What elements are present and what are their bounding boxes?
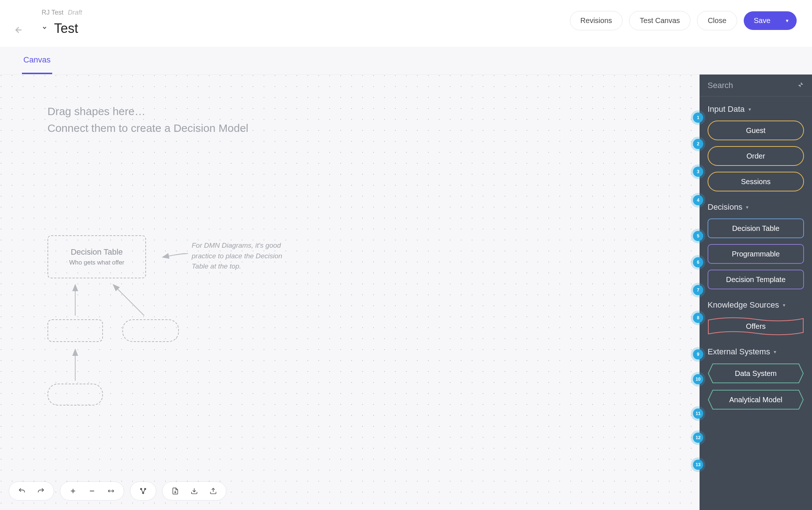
auto-layout-icon[interactable]	[138, 486, 148, 496]
placeholder-box-3[interactable]	[47, 384, 103, 406]
save-button[interactable]: Save ▼	[744, 11, 797, 30]
save-button-label: Save	[754, 16, 771, 25]
canvas-arrows-overlay	[0, 75, 700, 510]
tour-bubble-2[interactable]: 2	[693, 139, 703, 149]
tour-bubble-9[interactable]: 9	[693, 349, 703, 359]
zoom-out-icon[interactable]	[87, 486, 97, 496]
shape-programmable[interactable]: Programmable	[708, 244, 804, 264]
section-label: Knowledge Sources	[708, 300, 779, 310]
zoom-in-icon[interactable]	[68, 486, 78, 496]
title-block: RJ Test Draft Test	[42, 9, 82, 36]
placeholder-box-1[interactable]	[47, 319, 103, 342]
tour-bubble-8[interactable]: 8	[693, 313, 703, 323]
placeholder-box-2[interactable]	[122, 319, 179, 342]
guide-line-1: Drag shapes here…	[47, 105, 248, 118]
tour-bubble-12[interactable]: 12	[693, 433, 703, 443]
tour-bubble-5[interactable]: 5	[693, 231, 703, 241]
app-header: RJ Test Draft Test Revisions Test Canvas…	[0, 0, 812, 47]
section-input-data[interactable]: Input Data ▾	[700, 96, 812, 118]
revisions-button[interactable]: Revisions	[570, 11, 623, 30]
shape-data-system[interactable]: Data System	[708, 363, 804, 384]
tab-canvas[interactable]: Canvas	[22, 48, 52, 74]
tour-bubble-13[interactable]: 13	[693, 460, 703, 470]
chevron-down-icon: ▾	[783, 302, 785, 308]
breadcrumb: RJ Test Draft	[42, 9, 82, 16]
shape-offers[interactable]: Offers	[708, 316, 804, 336]
section-knowledge[interactable]: Knowledge Sources ▾	[700, 292, 812, 313]
page-icon[interactable]	[171, 486, 180, 496]
tour-bubble-7[interactable]: 7	[693, 285, 703, 295]
svg-line-2	[113, 285, 144, 316]
tour-bubble-6[interactable]: 6	[693, 257, 703, 267]
canvas-area[interactable]: Drag shapes here… Connect them to create…	[0, 75, 700, 510]
breadcrumb-item[interactable]: RJ Test	[42, 9, 64, 16]
tabs-bar: Canvas	[0, 47, 812, 75]
page-title: Test	[54, 21, 78, 36]
fit-width-icon[interactable]	[106, 486, 116, 496]
tour-bubble-3[interactable]: 3	[693, 167, 703, 177]
chevron-down-icon: ▾	[748, 106, 751, 112]
section-external[interactable]: External Systems ▾	[700, 339, 812, 360]
history-pill	[9, 482, 54, 501]
workspace: Drag shapes here… Connect them to create…	[0, 75, 812, 510]
undo-icon[interactable]	[17, 486, 27, 496]
export-pill	[162, 482, 226, 501]
chevron-down-icon[interactable]	[42, 25, 47, 33]
header-actions: Revisions Test Canvas Close Save ▼	[570, 11, 797, 30]
section-decisions[interactable]: Decisions ▾	[700, 194, 812, 216]
collapse-icon[interactable]	[797, 81, 804, 90]
zoom-pill	[60, 482, 124, 501]
shape-analytical-model[interactable]: Analytical Model	[708, 389, 804, 410]
chevron-down-icon: ▾	[774, 349, 776, 355]
shape-offers-label: Offers	[708, 316, 804, 336]
redo-icon[interactable]	[36, 486, 46, 496]
tour-bubble-4[interactable]: 4	[693, 195, 703, 205]
chevron-down-icon: ▾	[746, 204, 748, 210]
guide-line-2: Connect them to create a Decision Model	[47, 122, 248, 134]
status-badge: Draft	[68, 9, 82, 16]
shape-decision-table[interactable]: Decision Table	[708, 218, 804, 238]
caret-down-icon: ▼	[785, 18, 789, 23]
shapes-sidebar: Search Input Data ▾ Guest Order Sessions…	[700, 75, 812, 510]
section-label: External Systems	[708, 347, 770, 357]
layout-pill	[130, 482, 156, 501]
canvas-toolbar	[9, 482, 226, 501]
section-label: Input Data	[708, 104, 745, 114]
shape-guest[interactable]: Guest	[708, 121, 804, 140]
back-arrow-icon[interactable]	[12, 18, 23, 42]
shape-sessions[interactable]: Sessions	[708, 172, 804, 191]
placeholder-decision-table[interactable]: Decision Table Who gets what offer	[47, 235, 146, 278]
shape-analytical-model-label: Analytical Model	[708, 389, 804, 410]
tour-bubble-11[interactable]: 11	[693, 408, 703, 419]
section-label: Decisions	[708, 202, 742, 212]
canvas-guide-text: Drag shapes here… Connect them to create…	[47, 105, 248, 134]
search-placeholder: Search	[708, 81, 733, 90]
close-button[interactable]: Close	[697, 11, 737, 30]
test-canvas-button[interactable]: Test Canvas	[629, 11, 690, 30]
shape-data-system-label: Data System	[708, 363, 804, 384]
decision-table-title: Decision Table	[71, 247, 123, 257]
decision-table-subtitle: Who gets what offer	[69, 259, 125, 266]
sidebar-search[interactable]: Search	[700, 75, 812, 96]
tour-bubble-10[interactable]: 10	[693, 374, 703, 384]
shape-decision-template[interactable]: Decision Template	[708, 270, 804, 289]
tour-bubble-1[interactable]: 1	[693, 113, 703, 123]
shape-order[interactable]: Order	[708, 146, 804, 166]
upload-icon[interactable]	[208, 486, 218, 496]
dmn-hint-text: For DMN Diagrams, it's good practice to …	[192, 240, 294, 272]
download-icon[interactable]	[189, 486, 199, 496]
